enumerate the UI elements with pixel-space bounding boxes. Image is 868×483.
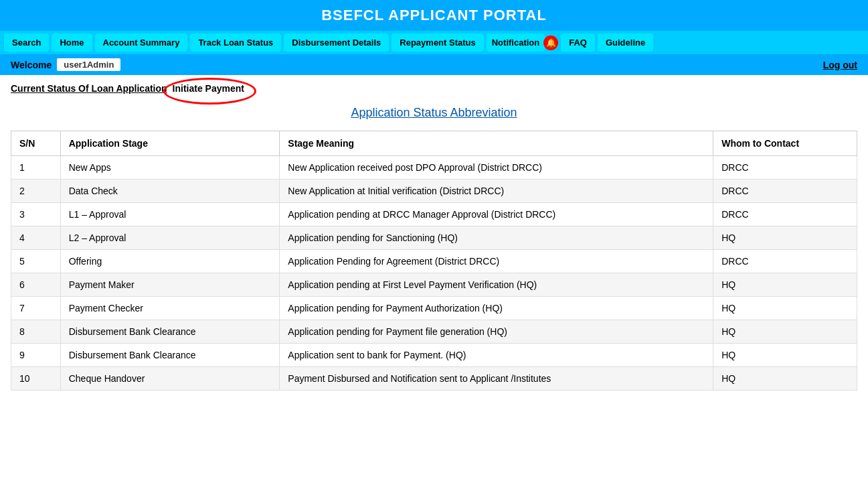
cell-sn: 2	[11, 180, 61, 203]
cell-sn: 9	[11, 344, 61, 367]
cell-stage: L2 – Approval	[60, 226, 280, 250]
table-row: 10Cheque HandoverPayment Disbursed and N…	[11, 367, 857, 391]
cell-contact: HQ	[713, 273, 857, 297]
cell-stage: Disbursement Bank Clearance	[60, 344, 280, 367]
initiate-payment-highlight: Initiate Payment	[173, 83, 244, 94]
sub-nav: Current Status Of Loan Application Initi…	[0, 75, 868, 99]
cell-meaning: New Application at Initial verification …	[280, 180, 713, 203]
cell-sn: 6	[11, 273, 61, 297]
table-row: 8Disbursement Bank ClearanceApplication …	[11, 320, 857, 344]
cell-sn: 10	[11, 367, 61, 391]
table-row: 3L1 – ApprovalApplication pending at DRC…	[11, 203, 857, 226]
cell-sn: 1	[11, 156, 61, 180]
status-table: S/N Application Stage Stage Meaning Whom…	[11, 131, 857, 391]
nav-account-summary[interactable]: Account Summary	[95, 33, 188, 52]
table-row: 5OfferingApplication Pending for Agreeme…	[11, 250, 857, 273]
cell-stage: Offering	[60, 250, 280, 273]
cell-sn: 8	[11, 320, 61, 344]
table-row: 6Payment MakerApplication pending at Fir…	[11, 273, 857, 297]
cell-contact: HQ	[713, 344, 857, 367]
col-stage: Application Stage	[60, 131, 280, 156]
cell-meaning: Application sent to bank for Payment. (H…	[280, 344, 713, 367]
cell-sn: 5	[11, 250, 61, 273]
nav-faq[interactable]: FAQ	[561, 33, 595, 52]
welcome-bar: Welcome user1Admin Log out	[0, 54, 868, 75]
cell-contact: DRCC	[713, 180, 857, 203]
cell-sn: 7	[11, 297, 61, 320]
username-display: user1Admin	[57, 58, 120, 71]
cell-sn: 4	[11, 226, 61, 250]
col-sn: S/N	[11, 131, 61, 156]
nav-track-loan-status[interactable]: Track Loan Status	[190, 33, 281, 52]
nav-disbursement-details[interactable]: Disbursement Details	[284, 33, 389, 52]
cell-meaning: Application pending at DRCC Manager Appr…	[280, 203, 713, 226]
table-row: 7Payment CheckerApplication pending for …	[11, 297, 857, 320]
table-header-row: S/N Application Stage Stage Meaning Whom…	[11, 131, 857, 156]
cell-meaning: New Application received post DPO Approv…	[280, 156, 713, 180]
cell-meaning: Application pending at First Level Payme…	[280, 273, 713, 297]
page-subtitle: Application Status Abbreviation	[0, 99, 868, 131]
portal-title: BSEFCL APPLICANT PORTAL	[321, 7, 547, 23]
cell-contact: HQ	[713, 320, 857, 344]
cell-stage: New Apps	[60, 156, 280, 180]
cell-stage: Payment Maker	[60, 273, 280, 297]
cell-stage: Payment Checker	[60, 297, 280, 320]
nav-notification[interactable]: Notification	[487, 33, 545, 52]
cell-meaning: Payment Disbursed and Notification sent …	[280, 367, 713, 391]
cell-stage: Data Check	[60, 180, 280, 203]
current-status-link[interactable]: Current Status Of Loan Application	[11, 83, 167, 94]
cell-stage: Disbursement Bank Clearance	[60, 320, 280, 344]
cell-stage: Cheque Handover	[60, 367, 280, 391]
cell-contact: HQ	[713, 297, 857, 320]
nav-repayment-status[interactable]: Repayment Status	[392, 33, 483, 52]
welcome-label: Welcome	[11, 60, 52, 70]
logout-button[interactable]: Log out	[823, 60, 857, 70]
cell-contact: HQ	[713, 226, 857, 250]
cell-contact: DRCC	[713, 203, 857, 226]
col-contact: Whom to Contact	[713, 131, 857, 156]
nav-guideline[interactable]: Guideline	[598, 33, 653, 52]
table-row: 9Disbursement Bank ClearanceApplication …	[11, 344, 857, 367]
cell-contact: HQ	[713, 367, 857, 391]
portal-header: BSEFCL APPLICANT PORTAL	[0, 0, 868, 31]
nav-notification-wrap[interactable]: Notification 🔔	[487, 33, 559, 52]
table-row: 1New AppsNew Application received post D…	[11, 156, 857, 180]
table-container: S/N Application Stage Stage Meaning Whom…	[0, 131, 868, 404]
cell-meaning: Application pending for Sanctioning (HQ)	[280, 226, 713, 250]
initiate-payment-link[interactable]: Initiate Payment	[173, 83, 244, 94]
notification-badge: 🔔	[543, 36, 558, 50]
cell-sn: 3	[11, 203, 61, 226]
cell-meaning: Application pending for Payment Authoriz…	[280, 297, 713, 320]
cell-meaning: Application Pending for Agreement (Distr…	[280, 250, 713, 273]
table-row: 2Data CheckNew Application at Initial ve…	[11, 180, 857, 203]
table-row: 4L2 – ApprovalApplication pending for Sa…	[11, 226, 857, 250]
nav-home[interactable]: Home	[52, 33, 92, 52]
cell-stage: L1 – Approval	[60, 203, 280, 226]
cell-contact: DRCC	[713, 250, 857, 273]
nav-bar: Search Home Account Summary Track Loan S…	[0, 31, 868, 54]
cell-contact: DRCC	[713, 156, 857, 180]
col-meaning: Stage Meaning	[280, 131, 713, 156]
cell-meaning: Application pending for Payment file gen…	[280, 320, 713, 344]
nav-search[interactable]: Search	[4, 33, 49, 52]
